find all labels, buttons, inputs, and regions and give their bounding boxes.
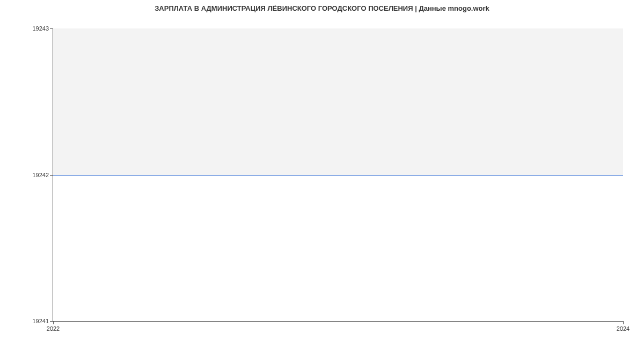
plot-area: 19243 19242 19241 2022 2024 [53, 28, 623, 322]
plot-shade-upper [53, 28, 623, 175]
x-tick-label: 2024 [617, 325, 630, 332]
x-tick-label: 2022 [47, 325, 60, 332]
data-line [53, 175, 623, 176]
chart-title: ЗАРПЛАТА В АДМИНИСТРАЦИЯ ЛЁВИНСКОГО ГОРО… [155, 4, 489, 12]
y-tick-label: 19243 [32, 25, 49, 32]
plot-shade-lower [53, 175, 623, 322]
y-tick-label: 19241 [32, 318, 49, 324]
y-tick-label: 19242 [32, 172, 49, 178]
